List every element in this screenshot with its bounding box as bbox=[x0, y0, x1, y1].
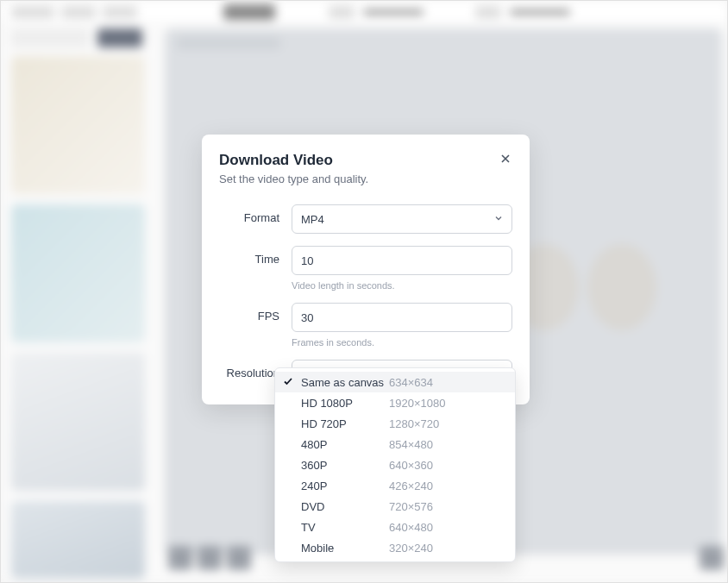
format-select[interactable]: MP4 bbox=[292, 204, 512, 234]
resolution-option-label: 360P bbox=[301, 459, 389, 472]
format-select-value: MP4 bbox=[301, 213, 324, 226]
resolution-option[interactable]: TV640×480 bbox=[275, 517, 515, 537]
resolution-option-label: HD 720P bbox=[301, 417, 389, 430]
format-label: Format bbox=[219, 204, 292, 224]
resolution-option[interactable]: 480P854×480 bbox=[275, 434, 515, 454]
fps-input[interactable] bbox=[301, 311, 503, 324]
resolution-option[interactable]: 360P640×360 bbox=[275, 454, 515, 475]
time-hint: Video length in seconds. bbox=[292, 280, 512, 291]
resolution-option-dim: 426×240 bbox=[389, 480, 433, 492]
resolution-option-dim: 1920×1080 bbox=[389, 397, 445, 410]
resolution-dropdown: Same as canvas634×634HD 1080P1920×1080HD… bbox=[274, 367, 516, 562]
resolution-option-dim: 720×576 bbox=[389, 500, 433, 513]
check-icon bbox=[283, 376, 293, 386]
resolution-option-dim: 320×240 bbox=[389, 542, 433, 555]
download-video-modal: Download Video Set the video type and qu… bbox=[202, 135, 530, 404]
resolution-option-label: TV bbox=[301, 521, 389, 534]
resolution-option-dim: 634×634 bbox=[389, 376, 433, 389]
resolution-option-label: HD 1080P bbox=[301, 397, 389, 410]
resolution-option[interactable]: 240P426×240 bbox=[275, 475, 515, 496]
chevron-down-icon bbox=[494, 214, 503, 224]
close-button[interactable] bbox=[495, 148, 516, 169]
fps-label: FPS bbox=[219, 303, 292, 323]
resolution-option-label: Mobile bbox=[301, 542, 389, 555]
resolution-option-label: DVD bbox=[301, 500, 389, 513]
resolution-option-dim: 640×360 bbox=[389, 459, 433, 472]
resolution-option[interactable]: Mobile320×240 bbox=[275, 537, 515, 558]
fps-input-wrap bbox=[292, 303, 512, 332]
time-input-wrap bbox=[292, 246, 512, 275]
resolution-option-dim: 640×480 bbox=[389, 521, 433, 534]
time-label: Time bbox=[219, 246, 292, 266]
close-icon bbox=[500, 154, 511, 164]
modal-title: Download Video bbox=[219, 152, 512, 169]
time-input[interactable] bbox=[301, 254, 503, 267]
resolution-option[interactable]: HD 720P1280×720 bbox=[275, 413, 515, 434]
resolution-option-label: 480P bbox=[301, 438, 389, 451]
resolution-option-dim: 1280×720 bbox=[389, 417, 439, 430]
resolution-option[interactable]: HD 1080P1920×1080 bbox=[275, 392, 515, 413]
fps-hint: Frames in seconds. bbox=[292, 337, 512, 348]
resolution-option[interactable]: Same as canvas634×634 bbox=[275, 372, 515, 392]
resolution-option-label: Same as canvas bbox=[301, 376, 389, 389]
modal-subtitle: Set the video type and quality. bbox=[219, 172, 512, 185]
resolution-option[interactable]: DVD720×576 bbox=[275, 496, 515, 517]
resolution-option-label: 240P bbox=[301, 480, 389, 492]
resolution-option-dim: 854×480 bbox=[389, 438, 433, 451]
